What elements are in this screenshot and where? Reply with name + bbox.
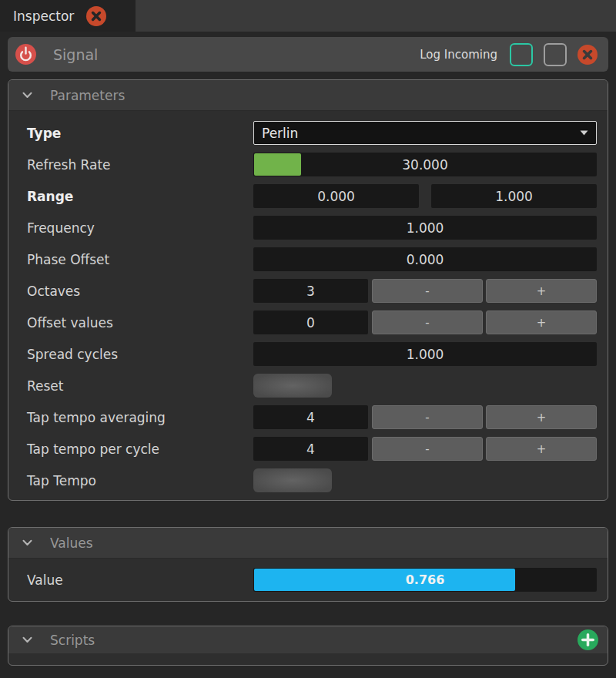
octaves-decrement-button[interactable]: -	[372, 279, 483, 303]
frequency-label: Frequency	[19, 220, 253, 236]
tap-tempo-averaging-decrement-button[interactable]: -	[372, 405, 483, 429]
spread-cycles-value: 1.000	[407, 347, 444, 362]
close-icon	[86, 6, 106, 26]
values-body: Value 0.766	[8, 559, 608, 601]
chevron-down-icon	[22, 92, 32, 99]
octaves-increment-button[interactable]: +	[486, 279, 597, 303]
scripts-title: Scripts	[50, 633, 95, 648]
reset-button[interactable]	[253, 374, 332, 398]
tap-tempo-per-cycle-label: Tap tempo per cycle	[19, 441, 253, 457]
frequency-field[interactable]: 1.000	[253, 216, 597, 240]
type-dropdown[interactable]: Perlin	[253, 121, 597, 145]
range-label: Range	[19, 189, 253, 204]
add-script-button[interactable]	[578, 629, 598, 650]
tap-tempo-averaging-stepper: - +	[372, 405, 597, 429]
close-icon	[578, 45, 598, 65]
tab-title: Inspector	[13, 8, 74, 24]
value-readout: 0.766	[406, 572, 445, 587]
row-tap-tempo-averaging: Tap tempo averaging 4 - +	[19, 405, 597, 429]
offset-values-decrement-button[interactable]: -	[372, 310, 483, 334]
range-max-value: 1.000	[495, 189, 533, 204]
tap-tempo-averaging-increment-button[interactable]: +	[486, 405, 597, 429]
phase-offset-value: 0.000	[407, 252, 444, 267]
octaves-label: Octaves	[19, 284, 253, 299]
tap-tempo-per-cycle-field[interactable]: 4	[253, 437, 368, 461]
row-range: Range 0.000 1.000	[19, 184, 597, 208]
tab-bar: Inspector	[0, 0, 616, 32]
tap-tempo-per-cycle-decrement-button[interactable]: -	[372, 437, 483, 461]
signal-close-button[interactable]	[578, 45, 598, 65]
parameters-header[interactable]: Parameters	[8, 80, 608, 111]
scripts-header[interactable]: Scripts	[8, 626, 608, 653]
values-panel: Values Value 0.766	[8, 527, 608, 602]
reset-label: Reset	[19, 378, 253, 394]
tap-tempo-per-cycle-value: 4	[306, 441, 315, 457]
row-frequency: Frequency 1.000	[19, 216, 597, 240]
values-header[interactable]: Values	[8, 528, 608, 559]
tap-tempo-per-cycle-stepper: - +	[372, 437, 597, 461]
refresh-rate-value: 30.000	[402, 157, 447, 173]
phase-offset-label: Phase Offset	[19, 252, 253, 267]
signal-header: Signal Log Incoming	[8, 37, 608, 72]
row-phase-offset: Phase Offset 0.000	[19, 247, 597, 271]
octaves-stepper: - +	[372, 279, 597, 303]
parameters-body: Type Perlin Refresh Rate 30.000 Range 0.…	[8, 111, 608, 500]
row-value: Value 0.766	[19, 568, 597, 592]
range-min-field[interactable]: 0.000	[253, 184, 419, 208]
log-incoming-label: Log Incoming	[420, 48, 497, 62]
range-max-field[interactable]: 1.000	[431, 184, 597, 208]
caret-down-icon	[580, 130, 588, 136]
row-octaves: Octaves 3 - +	[19, 279, 597, 303]
plus-icon	[578, 629, 598, 650]
offset-values-value: 0	[306, 315, 315, 331]
value-progress-field: 0.766	[253, 568, 597, 592]
row-offset-values: Offset values 0 - +	[19, 310, 597, 334]
chevron-down-icon	[22, 539, 32, 546]
row-type: Type Perlin	[19, 121, 597, 145]
spread-cycles-label: Spread cycles	[19, 347, 253, 362]
frequency-value: 1.000	[407, 220, 444, 236]
offset-values-increment-button[interactable]: +	[486, 310, 597, 334]
signal-title: Signal	[53, 46, 98, 63]
power-icon	[15, 44, 36, 65]
row-reset: Reset	[19, 374, 597, 398]
row-spread-cycles: Spread cycles 1.000	[19, 342, 597, 366]
chevron-down-icon	[22, 636, 32, 643]
row-refresh-rate: Refresh Rate 30.000	[19, 153, 597, 176]
value-label: Value	[19, 572, 253, 588]
type-dropdown-value: Perlin	[262, 126, 298, 141]
type-label: Type	[19, 126, 253, 141]
refresh-rate-label: Refresh Rate	[19, 157, 253, 173]
octaves-value: 3	[306, 284, 315, 299]
tap-tempo-averaging-field[interactable]: 4	[253, 405, 368, 429]
tab-close-button[interactable]	[86, 6, 106, 26]
tap-tempo-per-cycle-increment-button[interactable]: +	[486, 437, 597, 461]
parameters-title: Parameters	[50, 88, 125, 103]
offset-values-stepper: - +	[372, 310, 597, 334]
tap-tempo-label: Tap Tempo	[19, 473, 253, 488]
row-tap-tempo: Tap Tempo	[19, 468, 597, 492]
offset-values-label: Offset values	[19, 315, 253, 331]
secondary-checkbox[interactable]	[544, 43, 567, 66]
refresh-rate-field[interactable]: 30.000	[253, 153, 597, 176]
value-progress-bar	[254, 569, 515, 591]
refresh-rate-indicator	[254, 153, 301, 176]
tap-tempo-averaging-label: Tap tempo averaging	[19, 410, 253, 425]
tap-tempo-averaging-value: 4	[306, 410, 315, 425]
scripts-body	[8, 653, 608, 665]
phase-offset-field[interactable]: 0.000	[253, 247, 597, 271]
octaves-field[interactable]: 3	[253, 279, 368, 303]
spread-cycles-field[interactable]: 1.000	[253, 342, 597, 366]
range-min-value: 0.000	[317, 189, 355, 204]
scripts-panel: Scripts	[8, 626, 608, 666]
row-tap-tempo-per-cycle: Tap tempo per cycle 4 - +	[19, 437, 597, 461]
values-title: Values	[50, 535, 93, 551]
tab-inspector[interactable]: Inspector	[0, 0, 136, 32]
log-incoming-checkbox[interactable]	[510, 43, 533, 66]
offset-values-field[interactable]: 0	[253, 310, 368, 334]
power-toggle[interactable]	[15, 44, 36, 65]
parameters-panel: Parameters Type Perlin Refresh Rate 30.0…	[8, 79, 608, 501]
tap-tempo-button[interactable]	[253, 468, 332, 492]
